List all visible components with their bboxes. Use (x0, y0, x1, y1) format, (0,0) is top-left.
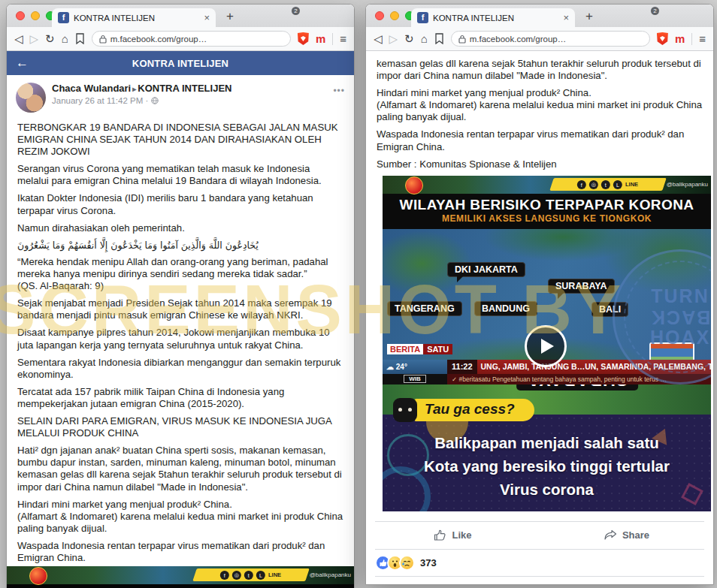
home-button[interactable]: ⌂ (62, 33, 68, 44)
bookmark-icon[interactable] (434, 33, 444, 44)
post-paragraph: Ikatan Dokter Indonesia (IDI) merilis ba… (17, 192, 343, 216)
post-paragraph: Hindari mini market yang menjual produk²… (17, 499, 343, 535)
facebook-icon: f (220, 571, 229, 580)
share-button[interactable]: Share (540, 529, 713, 541)
close-window-button[interactable] (375, 11, 384, 20)
line-icon: L (613, 179, 622, 188)
reload-button[interactable]: ↻ (404, 33, 414, 44)
bookmark-icon[interactable] (75, 33, 85, 44)
like-label: Like (452, 529, 471, 541)
map-label-dki-jakarta: DKI JAKARTA (447, 262, 525, 277)
brave-shield-button[interactable]: 2 (657, 32, 668, 45)
like-thumb-icon (434, 529, 446, 541)
chat-banner-text: Tau ga cess? (414, 399, 534, 421)
tab-close-button[interactable]: × (563, 12, 569, 23)
map-label-tangerang: TANGERANG (387, 301, 462, 316)
share-arrow-icon (604, 529, 617, 541)
window-titlebar[interactable]: f KONTRA INTELIJEN × + (7, 5, 354, 27)
post-paragraph: Serangan virus Corona yang mematikan tel… (17, 163, 343, 187)
sad-reaction-icon (399, 555, 415, 571)
clock-time: 11:22 (447, 360, 477, 374)
twitter-icon: t (244, 571, 253, 580)
shield-badge: 2 (651, 7, 659, 15)
tab-title: KONTRA INTELIJEN (74, 14, 199, 23)
fb-group-title: KONTRA INTELIJEN (7, 58, 354, 69)
brave-shield-icon (657, 32, 668, 45)
back-button[interactable]: ◁ (374, 33, 383, 44)
video-thumbnail-top-strip[interactable]: f ◎ t L LINE @balikpapanku (7, 566, 354, 588)
brave-shield-button[interactable]: 2 (298, 32, 309, 45)
post-paragraph: Sumber : Komunitas Spionase & Intelijen (377, 158, 703, 170)
beritasatu-logo-text-1: BERITA (387, 344, 423, 354)
timezone-label: WIB (404, 375, 426, 383)
back-button[interactable]: ◁ (14, 33, 23, 44)
forward-button[interactable]: ▷ (389, 33, 398, 44)
post-paragraph: Sementara rakyat Indonesia dibiarkan men… (17, 357, 343, 381)
post-paragraph: SELAIN DARI PARA EMIGRAN, VIRUS MASUK KE… (17, 415, 343, 439)
tab-title: KONTRA INTELIJEN (433, 14, 558, 23)
new-tab-button[interactable]: + (585, 9, 593, 24)
address-bar[interactable]: m.facebook.com/group… (92, 31, 291, 47)
beritasatu-logo-text-2: SATU (423, 344, 452, 354)
tab-close-button[interactable]: × (204, 12, 210, 23)
post-paragraph: Waspada Indonesia rentan terpapar virus … (377, 128, 703, 152)
post-paragraph: Disaat kampanye pilpres tahun 2014, Joko… (17, 327, 343, 351)
browser-window-right: f KONTRA INTELIJEN × + ◁ ▷ ↻ ⌂ m.faceboo… (365, 4, 714, 585)
extension-m-button[interactable]: m (316, 32, 325, 45)
menu-button[interactable]: ≡ (340, 33, 346, 44)
toolbar-separator (691, 33, 692, 45)
facebook-icon: f (577, 179, 586, 188)
extension-m-button[interactable]: m (675, 32, 685, 45)
shares-count[interactable]: 1,429 Shares (366, 577, 713, 585)
facebook-favicon-icon: f (58, 12, 69, 23)
minimize-window-button[interactable] (390, 11, 399, 20)
play-button[interactable] (525, 325, 567, 367)
window-titlebar[interactable]: f KONTRA INTELIJEN × + (366, 5, 713, 27)
new-tab-button[interactable]: + (226, 9, 234, 24)
video-headline-bar: WILAYAH BERISIKO TERPAPAR KORONA MEMILIK… (383, 194, 711, 229)
post-paragraph: Sejak menjabat menjadi Presiden Sejak ta… (17, 297, 343, 321)
traffic-lights (16, 11, 55, 20)
line-label: LINE (625, 181, 638, 188)
close-window-button[interactable] (16, 11, 25, 20)
author-avatar[interactable] (16, 83, 46, 113)
instagram-icon: ◎ (232, 571, 241, 580)
play-icon (541, 339, 554, 354)
group-name-link[interactable]: KONTRA INTELIJEN (138, 83, 231, 94)
browser-toolbar: ◁ ▷ ↻ ⌂ m.facebook.com/group… 2 m ≡ (7, 27, 354, 51)
privacy-globe-icon (151, 97, 159, 104)
weather-widget: ☁ 24° (383, 360, 447, 374)
post-more-button[interactable]: ••• (333, 86, 345, 96)
lock-icon (99, 35, 107, 44)
post-paragraph: Hati² dgn jajanan anak² buatan China spe… (17, 445, 343, 493)
post-timestamp: January 26 at 11:42 PM · (52, 96, 148, 105)
post-paragraph: Tercatat ada 157 pabrik milik Taipan Chi… (17, 386, 343, 410)
chat-banner: Tau ga cess? (393, 398, 534, 422)
brave-shield-icon (298, 32, 309, 45)
author-name[interactable]: Chaca Wulandari (52, 83, 131, 94)
home-button[interactable]: ⌂ (421, 33, 428, 44)
minimize-window-button[interactable] (31, 11, 40, 20)
share-label: Share (622, 529, 649, 541)
line-icon: L (256, 571, 265, 580)
post-paragraph: TERBONGKAR 19 BANDARA DI INDONESIA SEBAG… (17, 122, 343, 158)
video-headline: WILAYAH BERISIKO TERPAPAR KORONA (383, 197, 711, 213)
beritasatu-logo: BERITA SATU (387, 343, 452, 355)
video-top-strip: f ◎ t L LINE @balikpapanku (383, 176, 711, 194)
fb-back-button[interactable]: ← (16, 56, 29, 71)
like-button[interactable]: Like (366, 529, 540, 541)
post-paragraph: kemasan gelas dll karena sejak 5tahun te… (377, 58, 703, 82)
forward-button[interactable]: ▷ (30, 33, 39, 44)
browser-tab[interactable]: f KONTRA INTELIJEN × (411, 8, 575, 27)
map-label-surabaya: SURABAYA (548, 279, 615, 294)
browser-tab[interactable]: f KONTRA INTELIJEN × (52, 8, 216, 27)
menu-button[interactable]: ≡ (699, 33, 706, 44)
traffic-lights (375, 11, 414, 20)
address-bar[interactable]: m.facebook.com/group… (451, 31, 650, 47)
lock-icon (458, 35, 466, 44)
reload-button[interactable]: ↻ (45, 33, 55, 44)
video-caption: Balikpapan menjadi salah satu Kota yang … (383, 415, 711, 501)
url-text: m.facebook.com/group… (110, 35, 207, 44)
video-thumbnail[interactable]: f ◎ t L LINE @balikpapanku WILAYAH BERIS… (383, 176, 711, 511)
reaction-summary[interactable]: 373 (366, 550, 713, 576)
